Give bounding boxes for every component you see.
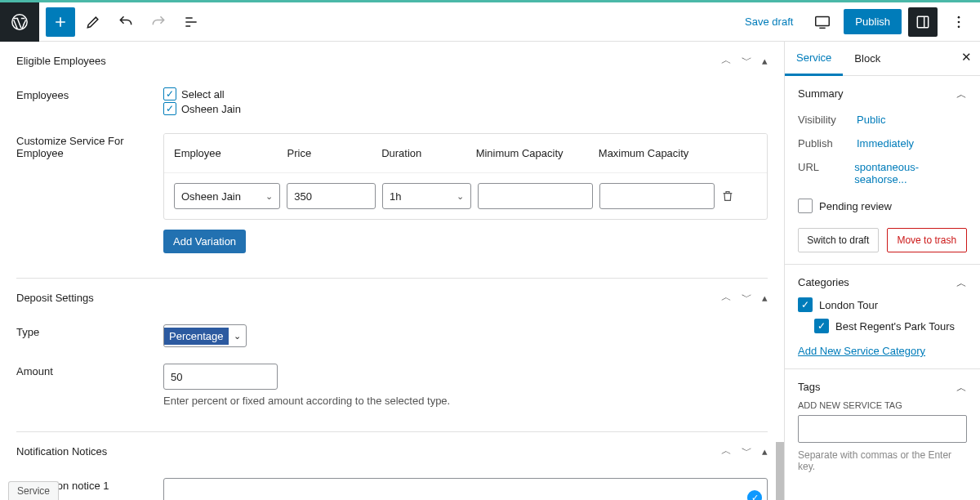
move-to-trash-button[interactable]: Move to trash <box>887 228 968 252</box>
pending-review-checkbox[interactable] <box>798 199 813 213</box>
document-overview-button[interactable] <box>176 7 206 37</box>
url-value[interactable]: spontaneous-seahorse... <box>854 161 967 185</box>
visibility-value[interactable]: Public <box>857 114 885 126</box>
table-row: Osheen Jain⌄ 350 1h⌄ <box>164 173 767 219</box>
col-price: Price <box>287 147 382 159</box>
url-key: URL <box>798 161 854 185</box>
amount-label: Amount <box>16 364 163 407</box>
tag-input[interactable] <box>798 415 967 443</box>
duration-select[interactable]: 1h⌄ <box>382 183 471 209</box>
publish-key: Publish <box>798 137 857 150</box>
save-draft-button[interactable]: Save draft <box>737 11 801 33</box>
section-eligible-employees: Eligible Employees ︿ ﹀ ▴ <box>16 42 768 79</box>
svg-rect-2 <box>917 16 928 27</box>
svg-point-5 <box>958 25 960 28</box>
pending-review-label: Pending review <box>819 200 892 212</box>
section-deposit-settings: Deposit Settings ︿ ﹀ ▴ <box>16 279 768 316</box>
collapse-up-icon[interactable]: ︿ <box>721 444 732 458</box>
panel-collapse-icon[interactable]: ︿ <box>956 87 967 102</box>
employee-variation-table: Employee Price Duration Minimum Capacity… <box>163 133 768 220</box>
panel-collapse-icon[interactable]: ︿ <box>956 276 967 291</box>
main-scrollbar[interactable] <box>776 442 784 500</box>
notification-textarea[interactable]: ✓ <box>163 478 768 500</box>
close-sidebar-button[interactable]: ✕ <box>961 50 972 65</box>
publish-button[interactable]: Publish <box>844 9 902 34</box>
add-tag-label: ADD NEW SERVICE TAG <box>798 400 967 410</box>
collapse-up-icon[interactable]: ︿ <box>721 290 732 305</box>
editor-topbar: Save draft Publish <box>0 2 980 42</box>
section-title: Eligible Employees <box>16 55 721 67</box>
col-employee: Employee <box>174 147 287 159</box>
wordpress-logo[interactable] <box>0 2 39 42</box>
bottom-tab-service[interactable]: Service <box>8 481 59 500</box>
amount-input[interactable]: 50 <box>163 364 278 390</box>
tag-hint: Separate with commas or the Enter key. <box>798 449 967 472</box>
preview-button[interactable] <box>808 7 837 37</box>
settings-sidebar: Service Block ✕ Summary ︿ VisibilityPubl… <box>784 42 980 500</box>
section-notification-notices: Notification Notices ︿ ﹀ ▴ <box>16 432 768 470</box>
employee-select[interactable]: Osheen Jain⌄ <box>174 183 280 209</box>
undo-button[interactable] <box>111 7 140 37</box>
category-label: Best Regent's Park Tours <box>835 320 955 333</box>
select-all-label: Select all <box>181 88 225 100</box>
price-input[interactable]: 350 <box>287 183 376 209</box>
category-checkbox[interactable]: ✓ <box>814 319 829 333</box>
collapse-up-icon[interactable]: ︿ <box>721 53 732 68</box>
employee-name-label: Osheen Jain <box>181 103 241 115</box>
panel-summary-title: Summary <box>798 87 844 102</box>
expand-down-icon[interactable]: ﹀ <box>742 53 752 68</box>
customize-label: Customize Service For Employee <box>16 133 163 159</box>
tab-block[interactable]: Block <box>843 42 892 74</box>
section-title: Notification Notices <box>16 445 721 458</box>
more-options-button[interactable] <box>944 7 973 37</box>
amount-hint: Enter percent or fixed amount according … <box>163 395 768 407</box>
deposit-type-select[interactable]: Percentage ⌄ <box>163 324 247 347</box>
category-label: London Tour <box>819 299 878 311</box>
panel-collapse-icon[interactable]: ︿ <box>956 381 967 395</box>
settings-panel-button[interactable] <box>908 7 938 37</box>
sort-up-icon[interactable]: ▴ <box>762 55 768 67</box>
select-all-checkbox[interactable] <box>163 87 176 100</box>
employees-label: Employees <box>16 87 163 117</box>
min-capacity-input[interactable] <box>478 183 593 209</box>
max-capacity-input[interactable] <box>599 183 715 209</box>
panel-tags-title: Tags <box>798 381 820 395</box>
expand-down-icon[interactable]: ﹀ <box>742 290 752 305</box>
section-title: Deposit Settings <box>16 292 721 304</box>
type-label: Type <box>16 324 163 347</box>
svg-point-3 <box>958 16 960 18</box>
grammarly-badge-icon[interactable]: ✓ <box>747 490 762 500</box>
visibility-key: Visibility <box>798 114 857 126</box>
category-checkbox[interactable]: ✓ <box>798 297 813 312</box>
toolbar-right: Save draft Publish <box>737 7 973 37</box>
expand-down-icon[interactable]: ﹀ <box>742 444 752 458</box>
switch-to-draft-button[interactable]: Switch to draft <box>798 228 879 252</box>
svg-rect-1 <box>816 16 830 25</box>
panel-categories-title: Categories <box>798 276 849 291</box>
publish-value[interactable]: Immediately <box>857 137 914 150</box>
redo-button[interactable] <box>144 7 173 37</box>
tab-service[interactable]: Service <box>785 42 843 76</box>
toolbar-left <box>39 7 206 37</box>
sort-up-icon[interactable]: ▴ <box>762 292 768 304</box>
delete-row-button[interactable] <box>721 190 737 203</box>
edit-mode-button[interactable] <box>78 7 108 37</box>
add-category-link[interactable]: Add New Service Category <box>798 345 925 357</box>
svg-point-4 <box>958 20 960 23</box>
col-min: Minimum Capacity <box>476 147 599 159</box>
editor-main: Eligible Employees ︿ ﹀ ▴ Employees Selec… <box>0 42 784 500</box>
col-max: Maximum Capacity <box>599 147 721 159</box>
employee-checkbox[interactable] <box>163 102 176 115</box>
add-block-button[interactable] <box>46 7 75 37</box>
add-variation-button[interactable]: Add Variation <box>163 230 246 253</box>
col-duration: Duration <box>381 147 476 159</box>
sort-up-icon[interactable]: ▴ <box>762 445 768 458</box>
